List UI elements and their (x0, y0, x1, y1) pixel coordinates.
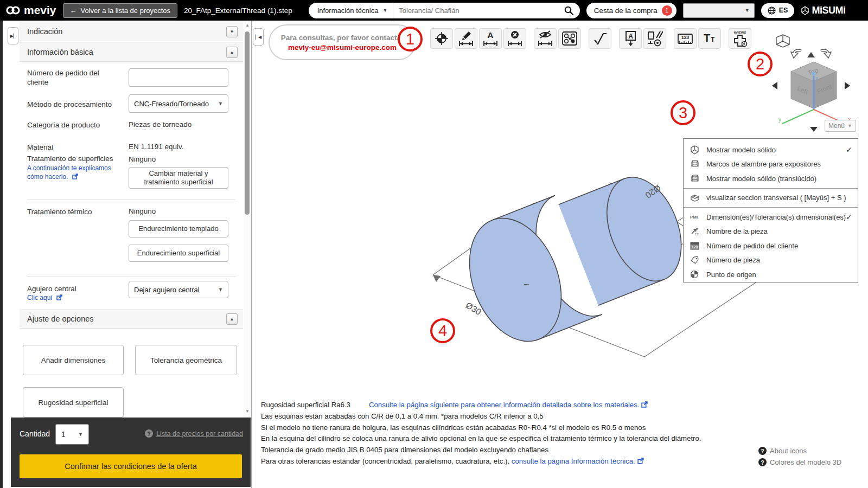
contact-email[interactable]: meviy-eu@misumi-europe.com (288, 43, 397, 52)
language-dropdown[interactable]: ▼ (683, 3, 755, 18)
misumi-logo-icon (801, 6, 809, 15)
annotation-3: 3 (671, 100, 695, 125)
rotate-down-icon[interactable] (810, 127, 818, 132)
solid-cube-icon (690, 145, 706, 155)
measure-ruler-button[interactable]: 123 (674, 28, 697, 49)
menu-item-solid-model[interactable]: Mostrar modelo sólido ✓ (684, 143, 858, 157)
order-number-input[interactable] (129, 68, 228, 87)
collapse-indication-button[interactable]: ▼ (226, 26, 238, 37)
datum-points-icon (561, 31, 578, 46)
processing-method-select[interactable]: CNC-Fresado/Torneado ▼ (129, 94, 228, 113)
edit-dimension-button[interactable] (455, 28, 477, 49)
surface-treatment-help-link[interactable]: A continuación te explicamos cómo hacerl… (27, 164, 119, 181)
quench-hardening-button[interactable]: Endurecimiento templado (129, 220, 228, 237)
locale-button[interactable]: ES (761, 3, 795, 18)
expand-panel-button[interactable]: ▶▏ (8, 27, 18, 44)
section-indication[interactable]: Indicación ▼ (20, 22, 243, 41)
search-icon[interactable] (562, 6, 580, 15)
surface-roughness-button[interactable]: Rugosidad superficial (23, 387, 124, 418)
quantity-select[interactable]: 1 ▼ (55, 424, 89, 445)
center-hole-select[interactable]: Dejar agujero central ▼ (129, 281, 228, 298)
section-basic-info[interactable]: Información básica ▲ (20, 42, 243, 62)
add-dimensions-button[interactable]: Añadir dimensiones (23, 345, 124, 375)
origin-target-button[interactable] (430, 28, 453, 49)
datum-label-button[interactable]: A (619, 28, 642, 49)
datum-points-button[interactable] (558, 28, 581, 49)
menu-item-pmi-dimensions[interactable]: PMI Dimensión(es)/Tolerancia(s) dimensio… (684, 210, 858, 224)
3d-viewport[interactable]: Ø30 Ø20 ▏◀ Para consultas, por favor con… (252, 21, 868, 488)
menu-item-part-name[interactable]: 123 Nombre de la pieza (684, 224, 858, 239)
six-views-button[interactable]: 6VIEWS (729, 28, 751, 49)
rotate-right-icon[interactable] (821, 50, 831, 58)
cart-button[interactable]: Cesta de la compra 1 (586, 3, 676, 18)
check-icon: ✓ (846, 213, 852, 221)
center-hole-label: Agujero central (27, 284, 120, 293)
view-cube-icon[interactable] (776, 35, 789, 47)
technical-info-link[interactable]: consulte la página Información técnica. (512, 457, 635, 465)
geometric-tolerance-tool-button[interactable] (643, 28, 666, 49)
processing-method-label: Método de procesamiento (27, 100, 120, 109)
center-hole-link[interactable]: Clic aquí (27, 293, 120, 302)
search-input[interactable] (393, 7, 561, 15)
external-link-icon (637, 458, 644, 464)
surface-hardening-button[interactable]: Endurecimiento superficial (129, 245, 228, 262)
materials-info-link[interactable]: Consulte la página siguiente para obtene… (369, 401, 640, 409)
collapse-panel-button[interactable]: ▏◀ (253, 28, 264, 46)
menu-item-order-number[interactable]: 123 Número de pedido del cliente (684, 239, 858, 253)
product-category-label: Categoría de producto (27, 120, 120, 130)
note-line: Las esquinas están acabadas con C/R de 0… (261, 411, 701, 422)
note-line: Para otras tolerancias estándar (concent… (261, 456, 701, 467)
back-arrow-icon: ← (70, 7, 77, 15)
menu-item-translucent[interactable]: Mostrar modelo sólido (translúcido) (684, 171, 858, 186)
view-menu-button[interactable]: Menú ▼ (825, 120, 856, 132)
delete-dimension-button[interactable] (503, 28, 526, 49)
scroll-up-icon[interactable]: ▲ (245, 23, 250, 28)
search-category-select[interactable]: Información técnica ▼ (309, 3, 394, 18)
part-name-icon: 123 (690, 227, 706, 236)
external-link-icon (641, 401, 648, 408)
collapse-options-button[interactable]: ▲ (226, 313, 238, 325)
material-value: EN 1.1191 equiv. (129, 143, 184, 151)
cylinder-model[interactable] (452, 157, 699, 355)
geometric-tolerance-button[interactable]: Tolerancia geométrica (135, 345, 237, 375)
note-line: En la esquina del cilindro se coloca una… (261, 433, 701, 445)
rotate-left-step-icon[interactable] (772, 82, 777, 89)
rotate-up-icon[interactable] (807, 52, 815, 57)
hide-dimension-button[interactable] (534, 28, 557, 49)
change-material-button[interactable]: Cambiar material y tratamiento superfici… (129, 167, 228, 189)
svg-text:A: A (628, 33, 633, 40)
rotate-left-icon[interactable] (791, 50, 801, 58)
menu-item-origin-point[interactable]: Punto de origen (684, 267, 858, 282)
scrollbar-thumb[interactable] (245, 31, 250, 215)
order-number-label: Número de pedido del cliente (27, 68, 120, 87)
about-icons-link[interactable]: ? About icons (758, 447, 807, 455)
roughness-check-icon (592, 31, 608, 46)
text-dimension-button[interactable]: A (479, 28, 502, 49)
edit-dimension-icon (458, 30, 474, 47)
menu-item-wireframe[interactable]: Marcos de alambre para expositores (684, 157, 858, 172)
meviy-logo[interactable]: meviy (5, 4, 56, 17)
text-size-button[interactable]: T T (698, 28, 721, 49)
model-colors-link[interactable]: ? Colores del modelo 3D (758, 458, 841, 466)
heat-treatment-value: Ninguno (129, 207, 156, 215)
misumi-logo[interactable]: MiSUMi (801, 5, 845, 16)
sidebar-scrollbar[interactable]: ▲ ▼ (244, 21, 251, 418)
price-list-link[interactable]: ? Lista de precios por cantidad (145, 429, 243, 438)
back-to-projects-button[interactable]: ← Volver a la lista de proyectos (63, 3, 177, 18)
chevron-down-icon: ▼ (745, 8, 750, 13)
rotate-right-step-icon[interactable] (845, 82, 850, 89)
navigation-cube[interactable]: Top Left Front y x z (778, 62, 851, 124)
surface-roughness-tool-button[interactable] (589, 28, 611, 49)
scroll-down-icon[interactable]: ▼ (245, 409, 250, 414)
quote-footer: Cantidad 1 ▼ ? Lista de precios por cant… (11, 418, 251, 487)
confirm-quote-button[interactable]: Confirmar las condiciones de la oferta (20, 454, 242, 478)
settings-sidebar: Indicación ▼ Información básica ▲ Número… (20, 21, 243, 418)
menu-item-part-number[interactable]: Número de pieza (684, 253, 858, 268)
check-icon: ✓ (846, 145, 852, 154)
collapse-basic-info-button[interactable]: ▲ (226, 47, 238, 58)
menu-item-cross-section[interactable]: visualizar seccion transversal ( [Mayús]… (684, 191, 858, 206)
note-line: Si el modelo no tiene ranura de holgura,… (261, 422, 701, 434)
pmi-icon: PMI (690, 215, 706, 220)
heat-treatment-label: Tratamiento térmico (27, 207, 120, 216)
section-options[interactable]: Ajuste de opciones ▲ (20, 309, 243, 329)
